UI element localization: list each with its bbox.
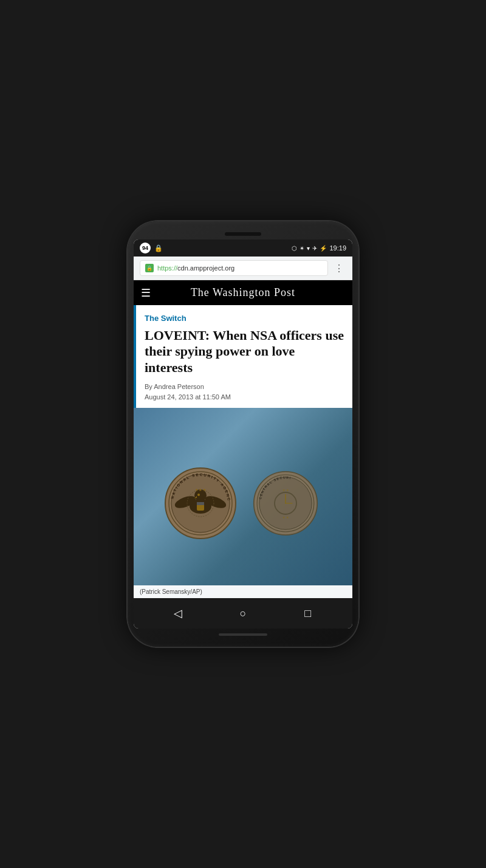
home-indicator [219, 633, 267, 636]
phone-device: 94 🔒 ⬡ ✴ ▾ ✈ ⚡ 19:19 🔒 https://cdn.amppr… [128, 221, 358, 647]
svg-rect-11 [197, 502, 204, 505]
status-left: 94 🔒 [140, 243, 163, 253]
phone-speaker [225, 232, 261, 236]
back-button[interactable]: ◁ [169, 604, 187, 622]
ssl-icon: 🔒 [145, 264, 154, 272]
airplane-icon: ✈ [312, 245, 317, 252]
wifi-icon: ▾ [307, 245, 310, 252]
score-badge: 94 [140, 243, 151, 253]
article-byline: By Andrea Peterson August 24, 2013 at 11… [145, 382, 344, 402]
recent-apps-button[interactable]: □ [299, 604, 317, 622]
cast-icon: ⬡ [292, 245, 297, 252]
site-title: The Washington Post [191, 286, 295, 299]
url-input[interactable]: 🔒 https://cdn.ampproject.org [140, 260, 328, 276]
battery-icon: ⚡ [320, 245, 327, 252]
article-content: The Switch LOVEINT: When NSA officers us… [134, 305, 352, 598]
svg-text:★ ★: ★ ★ [282, 489, 289, 492]
article-headline: LOVEINT: When NSA officers use their spy… [145, 328, 344, 376]
svg-text:★ ★ ★: ★ ★ ★ [195, 488, 206, 492]
byline-date: August 24, 2013 at 11:50 AM [145, 393, 231, 401]
address-bar: 🔒 https://cdn.ampproject.org ⋮ [134, 257, 352, 280]
lock-icon: 🔒 [154, 244, 163, 252]
byline-author: By Andrea Peterson [145, 383, 204, 390]
image-background: NATIONAL SECURITY AGENCY [134, 408, 352, 598]
browser-menu-button[interactable]: ⋮ [332, 261, 346, 275]
phone-screen: 94 🔒 ⬡ ✴ ▾ ✈ ⚡ 19:19 🔒 https://cdn.amppr… [134, 239, 352, 629]
url-scheme: https:// [157, 264, 177, 272]
image-caption: (Patrick Semansky/AP) [134, 585, 352, 598]
bluetooth-icon: ✴ [299, 245, 304, 252]
url-text[interactable]: https://cdn.ampproject.org [157, 264, 234, 272]
article-category[interactable]: The Switch [145, 314, 344, 323]
central-security-seal-svg: CENTRAL SECURI ★ ★ ★ ★ [253, 470, 318, 536]
nsa-seal-svg: NATIONAL SECURITY AGENCY [164, 467, 237, 540]
article-image: NATIONAL SECURITY AGENCY [134, 408, 352, 598]
home-button[interactable]: ○ [234, 604, 252, 622]
bottom-navigation: ◁ ○ □ [134, 598, 352, 629]
status-right: ⬡ ✴ ▾ ✈ ⚡ 19:19 [292, 244, 346, 252]
time-display: 19:19 [329, 244, 346, 252]
status-bar: 94 🔒 ⬡ ✴ ▾ ✈ ⚡ 19:19 [134, 239, 352, 257]
article-text-area: The Switch LOVEINT: When NSA officers us… [134, 305, 352, 408]
url-rest: cdn.ampproject.org [177, 264, 234, 272]
svg-text:★ ★: ★ ★ [282, 516, 289, 519]
phone-bottom-bar [134, 633, 352, 636]
phone-notch [134, 232, 352, 236]
hamburger-menu-button[interactable]: ☰ [141, 286, 151, 300]
seal-container: NATIONAL SECURITY AGENCY [158, 461, 328, 546]
site-header: ☰ The Washington Post [134, 280, 352, 305]
svg-point-9 [197, 494, 200, 496]
